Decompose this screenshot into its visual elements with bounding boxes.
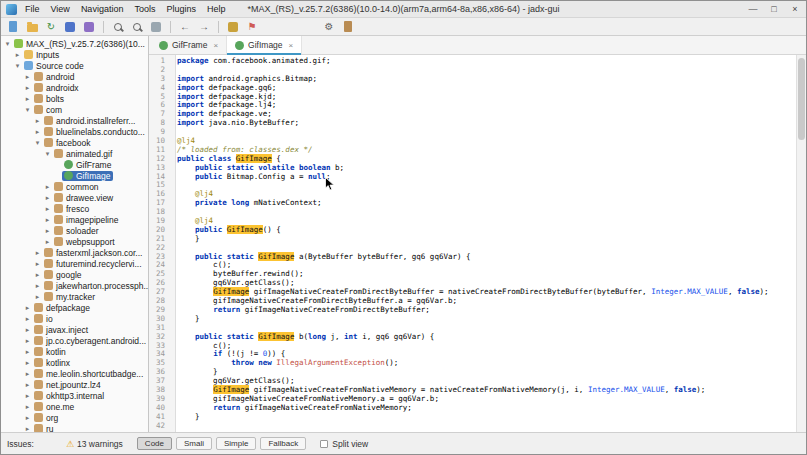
code-line[interactable]: 8import java.nio.ByteBuffer; [149, 119, 796, 128]
expand-arrow-icon[interactable]: ▸ [23, 304, 32, 312]
code-line[interactable]: 35 throw new IllegalArgumentException(); [149, 359, 796, 368]
close-button[interactable]: × [789, 4, 801, 14]
split-view-checkbox[interactable] [320, 440, 328, 448]
tree-item-io[interactable]: ▸io [1, 313, 148, 324]
tree-item-drawee-view[interactable]: ▸drawee.view [1, 192, 148, 203]
expand-arrow-icon[interactable]: ▸ [33, 128, 42, 136]
tree-item-ru[interactable]: ▸ru [1, 423, 148, 432]
tree-item-net-jpountz-lz4[interactable]: ▸net.jpountz.lz4 [1, 379, 148, 390]
expand-arrow-icon[interactable]: ▸ [23, 315, 32, 323]
collapse-arrow-icon[interactable]: ▾ [3, 40, 12, 48]
tree-item-webpsupport[interactable]: ▸webpsupport [1, 236, 148, 247]
expand-arrow-icon[interactable]: ▸ [23, 359, 32, 367]
expand-arrow-icon[interactable]: ▸ [33, 249, 42, 257]
menu-tools[interactable]: Tools [134, 4, 155, 14]
tree-item-fasterxml-jackson-cor[interactable]: ▸fasterxml.jackson.cor... [1, 247, 148, 258]
expand-arrow-icon[interactable]: ▸ [43, 227, 52, 235]
expand-arrow-icon[interactable]: ▸ [23, 326, 32, 334]
class-search-icon[interactable] [129, 19, 145, 34]
menu-navigation[interactable]: Navigation [81, 4, 124, 14]
code-line[interactable]: 20 public GifImage() { [149, 226, 796, 235]
expand-arrow-icon[interactable]: ▸ [23, 84, 32, 92]
tree-item-bluelinelabs-conducto[interactable]: ▸bluelinelabs.conducto... [1, 126, 148, 137]
expand-arrow-icon[interactable]: ▸ [33, 293, 42, 301]
expand-arrow-icon[interactable]: ▸ [23, 414, 32, 422]
view-button-code[interactable]: Code [137, 437, 172, 450]
expand-arrow-icon[interactable]: ▸ [33, 271, 42, 279]
expand-arrow-icon[interactable]: ▸ [23, 403, 32, 411]
expand-arrow-icon[interactable]: ▸ [23, 95, 32, 103]
log-icon[interactable] [340, 19, 356, 34]
tree-item-fresco[interactable]: ▸fresco [1, 203, 148, 214]
tree-item-source-code[interactable]: ▾Source code [1, 60, 148, 71]
code-line[interactable]: 40 return gifImageNativeCreateFromNative… [149, 404, 796, 413]
comment-search-icon[interactable] [148, 19, 164, 34]
vertical-scrollbar[interactable] [796, 55, 806, 432]
tree-item-androidx[interactable]: ▸androidx [1, 82, 148, 93]
maximize-button[interactable]: □ [768, 4, 780, 14]
tree-item-one-me[interactable]: ▸one.me [1, 401, 148, 412]
code-line[interactable]: 14 public Bitmap.Config a = null; [149, 173, 796, 182]
code-line[interactable]: 42 [149, 422, 796, 431]
collapse-arrow-icon[interactable]: ▾ [43, 150, 52, 158]
code-area[interactable]: 1package com.facebook.animated.gif;23imp… [149, 55, 806, 432]
tree-item-imagepipeline[interactable]: ▸imagepipeline [1, 214, 148, 225]
tab-gifimage[interactable]: GifImage× [227, 36, 302, 54]
save-all-icon[interactable] [62, 19, 78, 34]
expand-arrow-icon[interactable]: ▸ [33, 282, 42, 290]
tree-item-gifimage[interactable]: GifImage [1, 170, 148, 181]
tree-item-me-leolin-shortcutbadge[interactable]: ▸me.leolin.shortcutbadge... [1, 368, 148, 379]
code-line[interactable]: 17 private long mNativeContext; [149, 199, 796, 208]
code-line[interactable]: 1package com.facebook.animated.gif; [149, 57, 796, 66]
add-files-icon[interactable] [24, 19, 40, 34]
tree-item-jakewharton-processph[interactable]: ▸jakewharton.processph... [1, 280, 148, 291]
view-button-simple[interactable]: Simple [216, 437, 256, 450]
tree-item-jp-co-cyberagent-android[interactable]: ▸jp.co.cyberagent.android... [1, 335, 148, 346]
menu-file[interactable]: File [25, 4, 40, 14]
collapse-arrow-icon[interactable]: ▾ [23, 106, 32, 114]
scrollbar-thumb[interactable] [798, 58, 805, 140]
expand-arrow-icon[interactable]: ▸ [23, 73, 32, 81]
code-line[interactable]: 32 public static GifImage b(long j, int … [149, 333, 796, 342]
text-search-icon[interactable] [110, 19, 126, 34]
code-content[interactable]: 1package com.facebook.animated.gif;23imp… [149, 55, 796, 432]
expand-arrow-icon[interactable]: ▸ [23, 392, 32, 400]
code-line[interactable]: 15 [149, 181, 796, 190]
tree-item-com[interactable]: ▾com [1, 104, 148, 115]
tree-item-animated-gif[interactable]: ▾animated.gif [1, 148, 148, 159]
deobfuscation-icon[interactable] [225, 19, 241, 34]
tree-item-my-tracker[interactable]: ▸my.tracker [1, 291, 148, 302]
expand-arrow-icon[interactable]: ▸ [43, 238, 52, 246]
tree-item-futuremind-recyclervi[interactable]: ▸futuremind.recyclervi... [1, 258, 148, 269]
menu-help[interactable]: Help [207, 4, 226, 14]
tree-item-common[interactable]: ▸common [1, 181, 148, 192]
tree-item-bolts[interactable]: ▸bolts [1, 93, 148, 104]
tree-item-defpackage[interactable]: ▸defpackage [1, 302, 148, 313]
expand-arrow-icon[interactable]: ▸ [23, 381, 32, 389]
tree-item-inputs[interactable]: ▸Inputs [1, 49, 148, 60]
menu-view[interactable]: View [51, 4, 70, 14]
code-line[interactable]: 18 [149, 208, 796, 217]
warnings-group[interactable]: ⚠ 13 warnings [66, 439, 123, 449]
code-line[interactable]: 9 [149, 128, 796, 137]
close-tab-icon[interactable]: × [213, 41, 218, 50]
expand-arrow-icon[interactable]: ▸ [13, 51, 22, 59]
expand-arrow-icon[interactable]: ▸ [33, 260, 42, 268]
flag-icon[interactable]: ⚑ [244, 19, 260, 34]
tree-item-org[interactable]: ▸org [1, 412, 148, 423]
forward-icon[interactable]: → [196, 19, 212, 34]
tree-item-soloader[interactable]: ▸soloader [1, 225, 148, 236]
expand-arrow-icon[interactable]: ▸ [43, 205, 52, 213]
preferences-icon[interactable]: ⚙ [321, 19, 337, 34]
close-tab-icon[interactable]: × [289, 41, 294, 50]
expand-arrow-icon[interactable]: ▸ [23, 348, 32, 356]
expand-arrow-icon[interactable]: ▸ [33, 117, 42, 125]
back-icon[interactable]: ← [177, 19, 193, 34]
tree-item-kotlinx[interactable]: ▸kotlinx [1, 357, 148, 368]
code-line[interactable]: 21 } [149, 235, 796, 244]
menu-plugins[interactable]: Plugins [166, 4, 196, 14]
collapse-arrow-icon[interactable]: ▾ [13, 62, 22, 70]
view-button-smali[interactable]: Smali [176, 437, 212, 450]
tree-item-google[interactable]: ▸google [1, 269, 148, 280]
code-line[interactable]: 29 return gifImageNativeCreateFromDirect… [149, 306, 796, 315]
